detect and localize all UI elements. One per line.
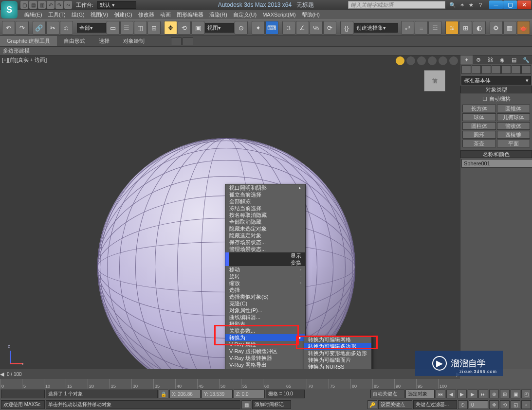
menu-maxscript[interactable]: MAXScript(M) [259, 12, 298, 18]
minimize-button[interactable]: ─ [489, 0, 503, 9]
ribbon-drop-1[interactable] [171, 37, 182, 45]
macro-rec-button[interactable]: ▦ [241, 400, 251, 409]
named-selection-dropdown[interactable]: 创建选择集 ▾ [354, 23, 398, 33]
transform-z[interactable]: Z: 0.0 [234, 390, 265, 398]
play-button[interactable]: ▶ [457, 390, 467, 398]
obj-box[interactable]: 长方体 [462, 105, 496, 112]
mirror-button[interactable]: ⇄ [401, 21, 414, 35]
obj-cylinder[interactable]: 圆柱体 [462, 122, 496, 130]
helpers-subtab[interactable] [501, 65, 511, 74]
shade-icon-3[interactable] [428, 56, 437, 65]
ctx-viewport-lighting[interactable]: 视口照明和阴影▸ [225, 184, 305, 191]
ctx-vray-vfb[interactable]: V-Ray 虚拟帧缓冲区 [225, 348, 305, 355]
keyfilter-button[interactable]: 关键点过滤器... [413, 400, 457, 409]
schematic-view-button[interactable]: ⊞ [459, 21, 472, 35]
lights-subtab[interactable] [481, 65, 491, 74]
lock-selection-button[interactable]: 🔒 [159, 390, 168, 398]
nav-fov-button[interactable]: ◰ [521, 390, 531, 398]
systems-subtab[interactable] [521, 65, 531, 74]
menu-modifiers[interactable]: 修改器 [135, 11, 157, 18]
create-tab[interactable]: ✦ [460, 55, 473, 64]
ctx-vray-scene-conv[interactable]: V-Ray 场景转换器 [225, 355, 305, 361]
undo-icon[interactable]: ↶ [47, 1, 55, 9]
menu-create[interactable]: 创建(C) [111, 11, 135, 18]
shade-icon-5[interactable] [449, 56, 458, 65]
goto-end-button[interactable]: ⏭ [478, 390, 488, 398]
motion-tab[interactable]: ◉ [496, 55, 509, 64]
manipulate-button[interactable]: ✦ [252, 21, 265, 35]
select-button[interactable]: ▭ [107, 21, 120, 35]
edit-selection-set-button[interactable]: {} [340, 21, 353, 35]
help-icon[interactable]: ? [476, 1, 485, 9]
ctx-rotate[interactable]: 旋转▫ [225, 273, 305, 280]
selection-filter-dropdown[interactable]: 全部 ▾ [77, 23, 106, 33]
goto-start-button[interactable]: ⏮ [436, 390, 445, 398]
keyboard-shortcut-button[interactable]: ⌨ [265, 21, 278, 35]
ctx-scale[interactable]: 缩放▫ [225, 280, 305, 286]
obj-teapot[interactable]: 茶壶 [462, 140, 496, 147]
tab-selection[interactable]: 选择 [92, 36, 116, 46]
obj-tube[interactable]: 管状体 [497, 122, 531, 130]
open-icon[interactable]: ▤ [29, 1, 37, 9]
ctx-unhide-all[interactable]: 全部取消隐藏 [225, 218, 305, 225]
time-config-button[interactable]: ⏲ [458, 400, 468, 409]
key-icon[interactable]: 🔑 [367, 400, 377, 409]
time-ruler[interactable]: 0510152025303540455055606570758085909510… [0, 379, 460, 389]
unlink-button[interactable]: ✂ [46, 21, 59, 35]
ctx-unhide-name[interactable]: 按名称取消隐藏 [225, 212, 305, 218]
ctx-vray-mesh-export[interactable]: V-Ray 网格导出 [225, 361, 305, 368]
spinner-snap-button[interactable]: ⟳ [323, 21, 336, 35]
ctx-hide-sel[interactable]: 隐藏选定对象 [225, 232, 305, 239]
namecolor-rollout-head[interactable]: 名称和颜色 [460, 150, 532, 158]
ctx-freeze-sel[interactable]: 冻结当前选择 [225, 205, 305, 212]
ctx-dopesheet[interactable]: 摄影表... [225, 321, 305, 327]
ctx-obj-props[interactable]: 对象属性(P)... [225, 307, 305, 314]
nav-orbit-button[interactable]: ⟲ [500, 400, 510, 409]
rotate-button[interactable]: ⟲ [178, 21, 191, 35]
tab-objectpaint[interactable]: 对象绘制 [116, 36, 151, 46]
cameras-subtab[interactable] [492, 65, 501, 74]
angle-snap-button[interactable]: ∠ [296, 21, 309, 35]
link-icon[interactable]: ⤳ [64, 1, 72, 9]
maximize-button[interactable]: ▢ [503, 0, 517, 9]
percent-snap-button[interactable]: % [310, 21, 323, 35]
sub-editable-poly[interactable]: 转换为可编辑多边形 [304, 343, 371, 350]
shade-icon-4[interactable] [439, 56, 447, 65]
selset-dropdown[interactable]: 选定对象 [405, 390, 435, 398]
ctx-curve-editor[interactable]: 曲线编辑器... [225, 314, 305, 321]
setkey-button[interactable]: 设置关键点 [378, 400, 412, 409]
pivot-button[interactable]: ⊙ [235, 21, 248, 35]
obj-plane[interactable]: 平面 [497, 140, 531, 147]
transform-y[interactable]: Y: 13.539 [202, 390, 233, 398]
autogrid-checkbox[interactable]: ☐ 自动栅格 [461, 94, 531, 104]
obj-pyramid[interactable]: 四棱锥 [497, 131, 531, 139]
prev-frame-button[interactable]: ◀ [446, 390, 456, 398]
ctx-vray-props[interactable]: V-Ray 属性 [225, 341, 305, 348]
obj-geosphere[interactable]: 几何球体 [497, 113, 531, 121]
curve-editor-button[interactable]: ≋ [445, 21, 459, 35]
geometry-subtab[interactable] [461, 65, 471, 74]
menu-help[interactable]: 帮助(H) [299, 11, 323, 18]
ctx-hide-unsel[interactable]: 隐藏未选定对象 [225, 225, 305, 232]
ref-coord-dropdown[interactable]: 视图 ▾ [205, 23, 234, 33]
ctx-move[interactable]: 移动▫ [225, 266, 305, 273]
viewport[interactable]: [+][前][真实 + 边面] 前 z x 视口照明和阴影▸ 孤立当前选择 全部… [0, 55, 460, 369]
obj-torus[interactable]: 圆环 [462, 131, 496, 139]
menu-customize[interactable]: 自定义(U) [230, 11, 259, 18]
move-button[interactable]: ✥ [164, 21, 177, 35]
addtime-label[interactable]: 添加时间标记 [252, 400, 291, 409]
light-icon[interactable] [396, 56, 404, 65]
search-icon[interactable]: 🔍 [448, 1, 457, 9]
scale-button[interactable]: ▣ [191, 21, 204, 35]
obj-cone[interactable]: 圆锥体 [497, 105, 531, 112]
nav-pan-button[interactable]: ✥ [489, 400, 499, 409]
menu-views[interactable]: 视图(V) [88, 11, 111, 18]
modify-tab[interactable]: ⚙ [473, 55, 485, 64]
link-button[interactable]: 🔗 [33, 21, 46, 35]
ctx-convert-to[interactable]: 转换为:▸ [225, 334, 305, 341]
render-frame-button[interactable]: ▦ [503, 21, 516, 35]
sub-editable-mesh[interactable]: 转换为可编辑网格 [304, 336, 371, 343]
save-icon[interactable]: ▥ [38, 1, 46, 9]
bind-spacewarp-button[interactable]: ⎌ [60, 21, 73, 35]
tab-freeform[interactable]: 自由形式 [57, 36, 92, 46]
